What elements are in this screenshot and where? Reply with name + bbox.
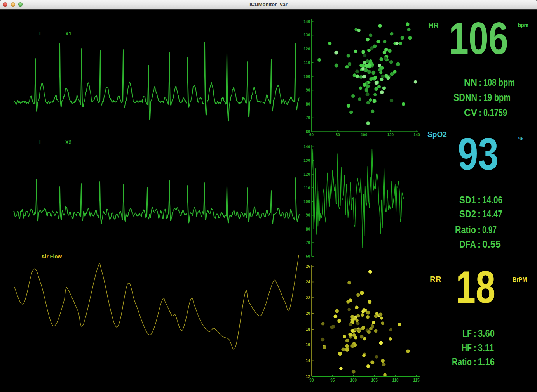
- svg-text:95: 95: [330, 378, 335, 382]
- svg-text:105: 105: [371, 378, 378, 382]
- svg-text:106: 106: [449, 13, 508, 64]
- svg-text:130: 130: [303, 158, 310, 163]
- svg-text:3.11: 3.11: [478, 342, 494, 354]
- svg-text:NN: NN: [464, 76, 477, 88]
- svg-text::: :: [478, 208, 481, 220]
- svg-text:19 bpm: 19 bpm: [483, 92, 511, 103]
- svg-text:26: 26: [306, 264, 310, 269]
- svg-text:14: 14: [306, 359, 310, 363]
- svg-text:bpm: bpm: [518, 22, 528, 28]
- svg-text:24: 24: [306, 280, 310, 284]
- svg-text:BrPM: BrPM: [513, 276, 527, 284]
- svg-text:110: 110: [304, 186, 310, 190]
- svg-text:X2: X2: [65, 139, 71, 145]
- svg-text:70: 70: [306, 116, 310, 120]
- svg-text:110: 110: [304, 61, 310, 65]
- svg-text::: :: [478, 224, 481, 236]
- svg-text:60: 60: [309, 133, 314, 137]
- svg-text:80: 80: [336, 133, 340, 137]
- svg-text:X1: X1: [65, 31, 71, 36]
- svg-text:100: 100: [303, 199, 310, 204]
- svg-text:108 bpm: 108 bpm: [483, 76, 515, 88]
- svg-text:I: I: [39, 31, 41, 36]
- svg-text:HR: HR: [428, 21, 439, 29]
- svg-text:90: 90: [306, 88, 310, 92]
- svg-text::: :: [479, 92, 482, 103]
- svg-text:I: I: [39, 139, 41, 145]
- svg-text:Ratio: Ratio: [455, 224, 476, 236]
- svg-text:0.97: 0.97: [482, 224, 497, 236]
- svg-text:140: 140: [413, 133, 420, 137]
- svg-text:SDNN: SDNN: [453, 92, 477, 103]
- svg-text:3.60: 3.60: [478, 328, 495, 339]
- svg-text:22: 22: [306, 296, 310, 300]
- svg-text:%: %: [518, 135, 523, 142]
- svg-text:18: 18: [456, 262, 495, 312]
- svg-text:100: 100: [350, 378, 357, 382]
- svg-text:14.47: 14.47: [482, 208, 502, 220]
- svg-text:90: 90: [309, 378, 314, 382]
- svg-text:0.55: 0.55: [482, 238, 501, 250]
- svg-text:120: 120: [387, 133, 394, 137]
- svg-text:120: 120: [303, 172, 310, 177]
- svg-text:LF: LF: [462, 328, 472, 339]
- svg-text:14.06: 14.06: [482, 194, 502, 206]
- svg-text:80: 80: [306, 102, 310, 106]
- svg-text::: :: [473, 356, 477, 368]
- svg-text:16: 16: [306, 343, 310, 347]
- svg-text:0.1759: 0.1759: [483, 107, 507, 118]
- svg-text:20: 20: [306, 311, 310, 316]
- svg-text::: :: [479, 107, 482, 118]
- svg-text:90: 90: [306, 213, 310, 217]
- svg-text:120: 120: [303, 47, 310, 51]
- svg-text:70: 70: [306, 241, 310, 245]
- svg-text:HF: HF: [462, 342, 472, 354]
- svg-text:80: 80: [306, 227, 310, 231]
- svg-text:100: 100: [303, 75, 310, 79]
- svg-text:SD2: SD2: [459, 208, 476, 220]
- svg-text::: :: [478, 238, 481, 250]
- svg-text:1.16: 1.16: [478, 356, 495, 368]
- svg-text:100: 100: [361, 133, 368, 137]
- svg-text::: :: [479, 76, 482, 88]
- svg-text:DFA: DFA: [459, 238, 476, 250]
- svg-text:60: 60: [306, 254, 310, 258]
- svg-text:CV: CV: [464, 107, 478, 118]
- svg-text::: :: [478, 194, 481, 206]
- svg-text:110: 110: [392, 378, 399, 382]
- svg-text:130: 130: [303, 33, 310, 37]
- svg-text:Ratio: Ratio: [452, 356, 472, 368]
- svg-text:140: 140: [303, 145, 310, 149]
- svg-text:Air Flow: Air Flow: [41, 253, 62, 260]
- svg-text:93: 93: [458, 129, 499, 179]
- svg-text::: :: [473, 342, 477, 354]
- svg-text:SpO2: SpO2: [427, 130, 447, 139]
- svg-text::: :: [473, 328, 477, 339]
- svg-text:18: 18: [306, 327, 310, 331]
- svg-text:SD1: SD1: [459, 194, 476, 206]
- svg-text:140: 140: [303, 19, 310, 24]
- svg-text:115: 115: [413, 378, 420, 382]
- svg-text:RR: RR: [430, 274, 441, 284]
